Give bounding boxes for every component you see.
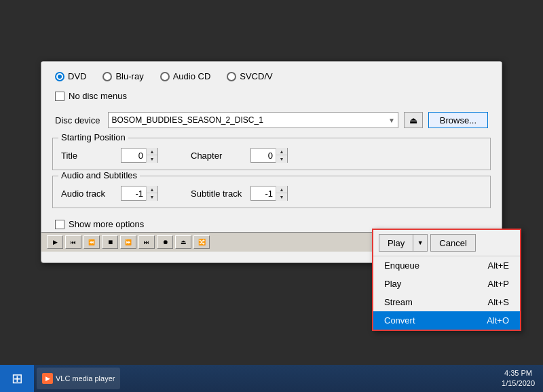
cancel-label: Cancel [439, 238, 466, 248]
audiocd-radio-circle[interactable] [160, 72, 170, 81]
rewind-icon: ⏪ [88, 239, 95, 246]
enqueue-menu-item[interactable]: Enqueue Alt+E [373, 256, 520, 275]
next-icon: ⏭ [144, 239, 149, 246]
audio-subtitles-group: Audio and Subtitles Audio track -1 ▲ ▼ S… [52, 176, 491, 208]
audiocd-radio-option[interactable]: Audio CD [160, 71, 211, 81]
browse-label: Browse... [440, 115, 476, 125]
title-spinbox-up[interactable]: ▲ [147, 148, 157, 155]
play-control-icon: ▶ [53, 239, 58, 246]
taskbar-vlc-item[interactable]: ▶ VLC media player [37, 368, 120, 389]
record-icon: ⏺ [162, 239, 168, 246]
taskbar: ⊞ ▶ VLC media player 4:35 PM 1/15/2020 [0, 365, 543, 392]
audio-subtitle-row: Audio track -1 ▲ ▼ Subtitle track -1 ▲ ▼ [61, 186, 482, 201]
play-dropdown-overlay: Play ▼ Cancel Enqueue Alt+E Play Alt+P S… [372, 229, 521, 331]
chapter-label: Chapter [191, 151, 245, 161]
clock-time: 4:35 PM [502, 368, 535, 378]
stream-label: Stream [384, 297, 413, 307]
clock-date: 1/15/2020 [502, 378, 535, 389]
browse-button[interactable]: Browse... [428, 112, 488, 128]
stop-icon: ⏹ [107, 239, 113, 246]
convert-shortcut: Alt+O [487, 315, 509, 326]
convert-label: Convert [384, 315, 415, 326]
chapter-spinbox[interactable]: 0 ▲ ▼ [250, 148, 288, 163]
enqueue-shortcut: Alt+E [488, 260, 509, 271]
svcdv-radio-label: SVCD/V [240, 71, 272, 81]
disc-device-row: Disc device BOSOM_BUDDIES_SEASON_2_DISC_… [41, 108, 502, 132]
cancel-button[interactable]: Cancel [430, 234, 475, 252]
no-disc-menus-row: No disc menus [41, 88, 502, 108]
audio-subtitles-title: Audio and Subtitles [58, 170, 140, 180]
subtitle-track-spinbox-up[interactable]: ▲ [276, 186, 287, 193]
svcdv-radio-circle[interactable] [227, 72, 236, 81]
shuffle-icon: 🔀 [198, 239, 206, 246]
bluray-radio-label: Blu-ray [115, 71, 143, 81]
play-main-btn[interactable]: Play [379, 235, 413, 251]
play-control-btn[interactable]: ▶ [47, 235, 63, 249]
chapter-spinbox-up[interactable]: ▲ [276, 148, 287, 155]
audio-track-label: Audio track [61, 189, 115, 199]
disc-device-select[interactable]: BOSOM_BUDDIES_SEASON_2_DISC_1 ▼ [108, 112, 398, 128]
show-more-options-label: Show more options [69, 219, 144, 229]
prev-btn[interactable]: ⏮ [65, 235, 81, 249]
disc-type-radio-group: DVD Blu-ray Audio CD SVCD/V [41, 62, 502, 88]
chapter-spinbox-down[interactable]: ▼ [276, 155, 287, 163]
starting-position-title: Starting Position [58, 132, 128, 142]
stop-btn[interactable]: ⏹ [102, 235, 118, 249]
next-btn[interactable]: ⏭ [138, 235, 155, 249]
disc-device-label: Disc device [55, 115, 100, 125]
title-spinbox-arrows: ▲ ▼ [146, 148, 157, 163]
dvd-radio-circle[interactable] [55, 72, 64, 81]
disc-device-value: BOSOM_BUDDIES_SEASON_2_DISC_1 [111, 115, 263, 125]
stream-menu-item[interactable]: Stream Alt+S [373, 293, 520, 311]
audio-track-spinbox-down[interactable]: ▼ [147, 193, 157, 201]
subtitle-track-spinbox-arrows: ▲ ▼ [276, 186, 287, 201]
title-spinbox-down[interactable]: ▼ [147, 155, 157, 163]
ff-icon: ⏩ [125, 239, 132, 246]
convert-menu-item[interactable]: Convert Alt+O [373, 311, 520, 330]
play-item-shortcut: Alt+P [488, 279, 509, 289]
taskbar-clock: 4:35 PM 1/15/2020 [493, 368, 543, 389]
play-split-button[interactable]: Play ▼ [379, 234, 428, 252]
title-label: Title [61, 151, 115, 161]
play-menu-item[interactable]: Play Alt+P [373, 275, 520, 293]
audio-track-spinbox[interactable]: -1 ▲ ▼ [121, 186, 158, 201]
rewind-btn[interactable]: ⏪ [83, 235, 100, 249]
enqueue-label: Enqueue [384, 260, 419, 271]
audio-track-spinbox-arrows: ▲ ▼ [146, 186, 157, 201]
bluray-radio-circle[interactable] [102, 72, 112, 81]
play-dropdown-arrow-btn[interactable]: ▼ [413, 235, 427, 251]
no-disc-menus-checkbox[interactable] [55, 92, 64, 101]
title-chapter-row: Title 0 ▲ ▼ Chapter 0 ▲ ▼ [61, 148, 482, 163]
svcdv-radio-option[interactable]: SVCD/V [227, 71, 272, 81]
subtitle-track-spinbox-down[interactable]: ▼ [276, 193, 287, 201]
shuffle-btn[interactable]: 🔀 [193, 235, 210, 249]
play-main-label: Play [388, 238, 405, 248]
record-btn[interactable]: ⏺ [157, 235, 173, 249]
prev-icon: ⏮ [71, 239, 76, 246]
title-spinbox[interactable]: 0 ▲ ▼ [121, 148, 158, 163]
eject-button[interactable]: ⏏ [404, 112, 423, 128]
start-button[interactable]: ⊞ [0, 365, 34, 392]
dvd-radio-option[interactable]: DVD [55, 71, 86, 81]
ff-btn[interactable]: ⏩ [120, 235, 136, 249]
title-value[interactable]: 0 [121, 151, 146, 161]
taskbar-item-label: VLC media player [56, 374, 115, 383]
audiocd-radio-label: Audio CD [173, 71, 211, 81]
subtitle-track-label: Subtitle track [191, 189, 245, 199]
starting-position-group: Starting Position Title 0 ▲ ▼ Chapter 0 … [52, 138, 491, 170]
bluray-radio-option[interactable]: Blu-ray [102, 71, 143, 81]
show-more-options-checkbox[interactable] [55, 220, 64, 229]
audio-track-value[interactable]: -1 [121, 189, 146, 199]
play-item-label: Play [384, 279, 401, 289]
stream-shortcut: Alt+S [488, 297, 509, 307]
eject-player-btn[interactable]: ⏏ [175, 235, 191, 249]
dropdown-header: Play ▼ Cancel [373, 230, 520, 256]
no-disc-menus-label: No disc menus [69, 91, 127, 101]
subtitle-track-value[interactable]: -1 [251, 189, 276, 199]
disc-select-dropdown-icon: ▼ [388, 117, 395, 124]
audio-track-spinbox-up[interactable]: ▲ [147, 186, 157, 193]
eject-icon: ⏏ [409, 115, 417, 125]
play-dropdown-arrow-icon: ▼ [417, 239, 424, 246]
subtitle-track-spinbox[interactable]: -1 ▲ ▼ [250, 186, 288, 201]
chapter-value[interactable]: 0 [251, 151, 276, 161]
